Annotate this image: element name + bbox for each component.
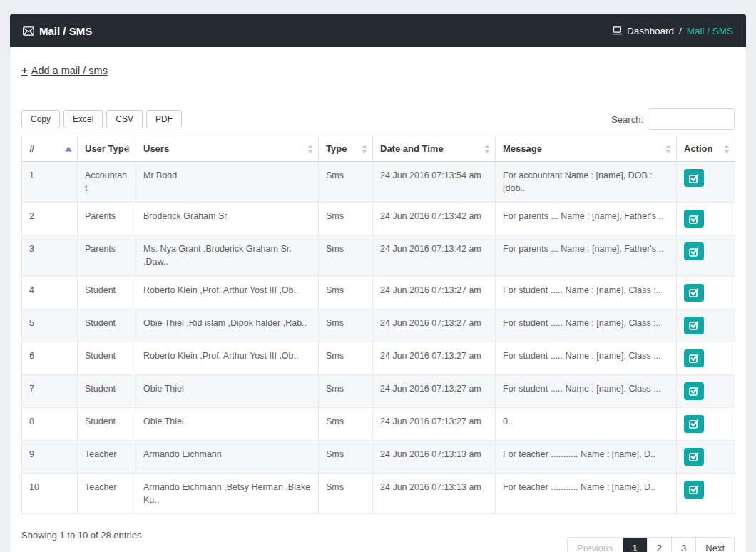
- column-header-user-type[interactable]: User Type: [78, 136, 136, 162]
- cell-action: [677, 342, 735, 374]
- mail-sms-table: #User TypeUsersTypeDate and TimeMessageA…: [21, 136, 735, 514]
- breadcrumb-current-link[interactable]: Mail / SMS: [687, 26, 733, 36]
- column-header-action[interactable]: Action: [677, 136, 735, 162]
- cell-user-type: Student: [78, 342, 136, 374]
- excel-button[interactable]: Excel: [63, 110, 103, 128]
- column-label: Users: [143, 143, 169, 154]
- edit-message-button[interactable]: [684, 169, 704, 187]
- cell-datetime: 24 Jun 2016 07:13:42 am: [373, 235, 496, 276]
- check-square-icon: [689, 484, 699, 494]
- pagination-next[interactable]: Next: [695, 538, 734, 552]
- csv-button[interactable]: CSV: [106, 110, 143, 128]
- cell-num: 5: [22, 309, 78, 342]
- sort-both-icon: [362, 145, 367, 153]
- cell-users: Armando Eichmann: [136, 440, 319, 473]
- cell-message: For student ..... Name : [name], Class :…: [496, 276, 677, 309]
- search-label: Search:: [611, 114, 643, 125]
- cell-action: [677, 440, 735, 473]
- cell-type: Sms: [319, 203, 373, 235]
- cell-datetime: 24 Jun 2016 07:13:13 am: [373, 440, 496, 473]
- cell-users: Obie Thiel: [136, 407, 319, 440]
- cell-type: Sms: [319, 374, 373, 407]
- sort-both-icon: [484, 145, 490, 153]
- cell-users: Roberto Klein ,Prof. Arthur Yost III ,Ob…: [136, 276, 319, 309]
- edit-message-button[interactable]: [684, 242, 704, 260]
- breadcrumb-separator: /: [679, 26, 682, 36]
- page-title: Mail / SMS: [23, 25, 92, 37]
- edit-message-button[interactable]: [684, 382, 704, 400]
- table-row: 1AccountantMr BondSms24 Jun 2016 07:13:5…: [22, 162, 735, 203]
- cell-message: For teacher ........... Name : [name], D…: [496, 440, 677, 473]
- cell-type: Sms: [319, 162, 373, 203]
- cell-num: 3: [22, 235, 78, 276]
- cell-message: For parents ... Name : [name], Father's …: [496, 203, 677, 235]
- edit-message-button[interactable]: [684, 284, 704, 302]
- cell-message: 0..: [496, 407, 677, 440]
- pagination-previous[interactable]: Previous: [568, 538, 623, 552]
- mail-sms-panel: Mail / SMS Dashboard / Mail / SMS + Add …: [10, 14, 746, 552]
- cell-type: Sms: [319, 407, 373, 440]
- table-row: 8StudentObie ThielSms24 Jun 2016 07:13:2…: [22, 407, 735, 440]
- cell-users: Roberto Klein ,Prof. Arthur Yost III ,Ob…: [136, 342, 319, 374]
- cell-datetime: 24 Jun 2016 07:13:27 am: [373, 374, 496, 407]
- table-row: 6StudentRoberto Klein ,Prof. Arthur Yost…: [22, 342, 735, 374]
- pagination-page-1[interactable]: 1: [623, 538, 647, 552]
- cell-users: Broderick Graham Sr.: [136, 203, 319, 235]
- cell-num: 6: [22, 342, 78, 374]
- copy-button[interactable]: Copy: [21, 110, 60, 128]
- column-header-users[interactable]: Users: [136, 136, 319, 162]
- edit-message-button[interactable]: [684, 317, 704, 334]
- sort-both-icon: [307, 145, 313, 153]
- column-label: User Type: [85, 143, 129, 154]
- cell-type: Sms: [319, 276, 373, 309]
- search-input[interactable]: [648, 108, 735, 130]
- export-button-group: Copy Excel CSV PDF: [21, 110, 185, 128]
- column-header-num[interactable]: #: [22, 136, 78, 162]
- cell-action: [677, 162, 735, 203]
- pdf-button[interactable]: PDF: [146, 110, 182, 128]
- cell-user-type: Accountant: [78, 162, 136, 203]
- cell-action: [677, 473, 735, 513]
- check-square-icon: [689, 214, 699, 224]
- column-header-date-and-time[interactable]: Date and Time: [373, 136, 496, 162]
- breadcrumb-dashboard-label: Dashboard: [627, 26, 674, 36]
- sort-both-icon: [724, 145, 730, 153]
- cell-type: Sms: [319, 342, 373, 374]
- edit-message-button[interactable]: [684, 448, 704, 466]
- cell-user-type: Teacher: [78, 440, 136, 473]
- cell-action: [677, 203, 735, 235]
- column-header-type[interactable]: Type: [319, 136, 373, 162]
- cell-type: Sms: [319, 309, 373, 342]
- edit-message-button[interactable]: [684, 210, 704, 228]
- table-toolbar: Copy Excel CSV PDF Search:: [21, 108, 735, 130]
- pagination-page-2[interactable]: 2: [647, 538, 671, 552]
- cell-datetime: 24 Jun 2016 07:13:27 am: [373, 309, 496, 342]
- table-footer: Showing 1 to 10 of 28 entries Previous 1…: [21, 526, 735, 552]
- sort-asc-icon: [65, 146, 72, 151]
- envelope-icon: [23, 26, 34, 36]
- edit-message-button[interactable]: [684, 415, 704, 433]
- cell-datetime: 24 Jun 2016 07:13:27 am: [373, 276, 496, 309]
- column-header-message[interactable]: Message: [496, 136, 677, 162]
- column-label: #: [29, 143, 34, 154]
- check-square-icon: [689, 287, 699, 297]
- edit-message-button[interactable]: [684, 481, 704, 499]
- check-square-icon: [689, 247, 699, 257]
- sort-both-icon: [665, 145, 671, 153]
- table-row: 5StudentObie Thiel ,Rid islam ,Dipok hal…: [22, 309, 735, 342]
- page-title-text: Mail / SMS: [39, 25, 92, 37]
- table-header-row: #User TypeUsersTypeDate and TimeMessageA…: [22, 136, 735, 162]
- cell-user-type: Student: [78, 374, 136, 407]
- check-square-icon: [689, 386, 699, 396]
- cell-users: Mr Bond: [136, 162, 319, 203]
- cell-num: 1: [22, 162, 78, 203]
- sort-both-icon: [125, 145, 131, 153]
- edit-message-button[interactable]: [684, 349, 704, 367]
- entries-info: Showing 1 to 10 of 28 entries: [21, 530, 141, 541]
- breadcrumb-dashboard-link[interactable]: Dashboard: [612, 26, 674, 36]
- pagination-page-3[interactable]: 3: [671, 538, 695, 552]
- table-row: 7StudentObie ThielSms24 Jun 2016 07:13:2…: [22, 374, 735, 407]
- check-square-icon: [689, 419, 699, 429]
- pagination: Previous 1 2 3 Next: [567, 537, 735, 552]
- add-mail-sms-link[interactable]: + Add a mail / sms: [21, 64, 108, 76]
